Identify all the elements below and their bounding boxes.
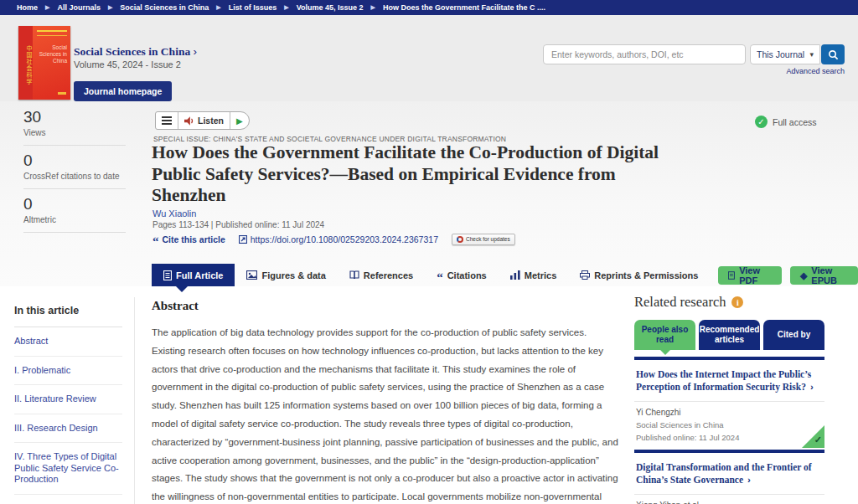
breadcrumb-all-journals[interactable]: All Journals — [57, 3, 101, 12]
related-article-author: Xiong Yihan et al. — [636, 501, 823, 504]
publication-info: Pages 113-134 | Published online: 11 Jul… — [152, 220, 324, 229]
play-icon: ▶ — [236, 116, 243, 126]
related-article-published: Published online: 11 Jul 2024 — [636, 433, 823, 442]
crossref-label: CrossRef citations to date — [23, 172, 126, 182]
search-input[interactable] — [543, 44, 746, 64]
listen-button[interactable]: Listen — [178, 112, 230, 129]
check-for-updates-label: Check for updates — [466, 236, 510, 242]
tab-references[interactable]: References — [338, 264, 425, 286]
related-article-link[interactable]: Digital Transformation and the Frontier … — [634, 453, 824, 494]
toc-item-five[interactable]: V. The Triple — [14, 495, 122, 504]
in-this-article-sidebar: In this article Abstract I. Problematic … — [0, 297, 135, 504]
check-icon: ✓ — [814, 435, 822, 445]
chevron-right-icon: › — [810, 382, 814, 392]
check-for-updates-button[interactable]: Check for updates — [452, 234, 515, 245]
breadcrumb: Home ▶ All Journals ▶ Social Sciences in… — [0, 0, 858, 15]
toc-item-abstract[interactable]: Abstract — [14, 327, 122, 357]
play-button[interactable]: ▶ — [230, 112, 249, 129]
advanced-search-link[interactable]: Advanced search — [543, 67, 845, 75]
tab-metrics[interactable]: Metrics — [499, 264, 569, 286]
tab-reprints-permissions[interactable]: Reprints & Permissions — [568, 264, 710, 286]
cite-label: Cite this article — [163, 234, 225, 244]
cover-decoration — [37, 35, 67, 36]
toc-item-literature-review[interactable]: II. Literature Review — [14, 385, 122, 414]
speaker-icon — [184, 116, 194, 126]
search-icon — [828, 49, 839, 60]
breadcrumb-home[interactable]: Home — [17, 3, 38, 12]
access-badge: ✓ Full access — [755, 116, 817, 128]
check-circle-icon: ✓ — [755, 116, 768, 128]
journal-issue-link[interactable]: Volume 45, 2024 - Issue 2 — [74, 59, 181, 69]
content-area: In this article Abstract I. Problematic … — [0, 286, 858, 504]
journal-banner: 中国社会科学 Social Sciences in China Social S… — [0, 15, 858, 101]
abstract-section: Abstract The application of big data tec… — [152, 299, 621, 504]
divider — [23, 188, 126, 189]
tab-cited-by[interactable]: Cited by — [763, 320, 824, 350]
doi-text: https://doi.org/10.1080/02529203.2024.23… — [251, 234, 438, 244]
view-pdf-button[interactable]: View PDF — [718, 266, 782, 285]
listen-menu-button[interactable] — [156, 112, 178, 129]
chevron-right-icon: › — [194, 45, 198, 58]
info-icon[interactable]: i — [731, 296, 743, 308]
article-tabbar: Full Article Figures & data References “ — [152, 264, 858, 286]
crossmark-icon — [457, 236, 463, 243]
related-article-card: How Does the Internet Impact the Public’… — [634, 360, 824, 450]
related-tabs: People also read Recommended articles Ci… — [634, 320, 824, 350]
cover-decoration — [37, 30, 67, 32]
author-link[interactable]: Wu Xiaolin — [152, 208, 196, 219]
breadcrumb-list-of-issues[interactable]: List of Issues — [229, 3, 277, 12]
menu-icon — [162, 116, 172, 125]
journal-title-link[interactable]: Social Sciences in China › — [74, 45, 197, 59]
tab-citations[interactable]: “ Citations — [425, 264, 499, 286]
chevron-right-icon: › — [747, 475, 751, 485]
doi-link[interactable]: https://doi.org/10.1080/02529203.2024.23… — [239, 234, 438, 244]
tab-figures-data[interactable]: Figures & data — [235, 264, 337, 286]
cite-this-article-link[interactable]: “ Cite this article — [152, 233, 225, 245]
bar-chart-icon — [510, 270, 520, 280]
related-research-panel: Related research i People also read Reco… — [634, 294, 824, 504]
divider — [23, 145, 126, 146]
cover-title-text: Social Sciences in China — [33, 44, 67, 64]
pdf-icon — [728, 270, 735, 280]
listen-label: Listen — [198, 116, 224, 126]
breadcrumb-arrow-icon: ▶ — [284, 4, 288, 11]
related-article-link[interactable]: How Does the Internet Impact the Public’… — [634, 360, 824, 401]
journal-homepage-button[interactable]: Journal homepage — [74, 81, 172, 101]
readspeaker-widget: Listen ▶ — [155, 111, 250, 130]
toc-item-problematic[interactable]: I. Problematic — [14, 357, 122, 386]
article-title: How Does the Government Facilitate the C… — [152, 142, 688, 207]
citation-row: “ Cite this article https://doi.org/10.1… — [152, 233, 515, 245]
epub-icon: ◈ — [800, 270, 807, 281]
search-scope-value: This Journal — [757, 49, 804, 59]
breadcrumb-current-article: How Does the Government Facilitate the C… — [383, 3, 545, 12]
cover-decoration — [58, 92, 66, 95]
altmetric-count: 0 — [23, 195, 126, 213]
chevron-down-icon: ▾ — [809, 50, 814, 59]
printer-icon — [580, 270, 590, 280]
related-article-card: Digital Transformation and the Frontier … — [634, 453, 824, 504]
article-header: 30 Views 0 CrossRef citations to date 0 … — [0, 101, 858, 286]
external-link-icon — [239, 235, 247, 244]
journal-cover-image[interactable]: 中国社会科学 Social Sciences in China — [18, 26, 70, 100]
breadcrumb-arrow-icon: ▶ — [108, 4, 112, 11]
search-scope-select[interactable]: This Journal ▾ — [750, 44, 820, 64]
tab-recommended-articles[interactable]: Recommended articles — [699, 320, 760, 350]
breadcrumb-journal[interactable]: Social Sciences in China — [120, 3, 209, 12]
quote-icon: “ — [152, 237, 159, 245]
view-epub-button[interactable]: ◈ View EPUB — [790, 266, 858, 285]
breadcrumb-issue[interactable]: Volume 45, Issue 2 — [297, 3, 364, 12]
tab-people-also-read[interactable]: People also read — [634, 320, 695, 350]
toc-item-three-types[interactable]: IV. Three Types of Digital Public Safety… — [14, 443, 122, 495]
document-icon — [163, 270, 172, 280]
cover-art: Social Sciences in China — [33, 26, 70, 100]
breadcrumb-arrow-icon: ▶ — [45, 4, 49, 11]
toc-item-research-design[interactable]: III. Research Design — [14, 414, 122, 444]
toc-heading: In this article — [14, 297, 122, 327]
quote-icon: “ — [437, 273, 443, 281]
search-button[interactable] — [821, 44, 845, 64]
views-label: Views — [23, 128, 126, 138]
tab-full-article[interactable]: Full Article — [152, 264, 235, 286]
abstract-heading: Abstract — [152, 299, 621, 313]
altmetric-label: Altmetric — [23, 215, 126, 225]
views-count: 30 — [23, 108, 126, 126]
